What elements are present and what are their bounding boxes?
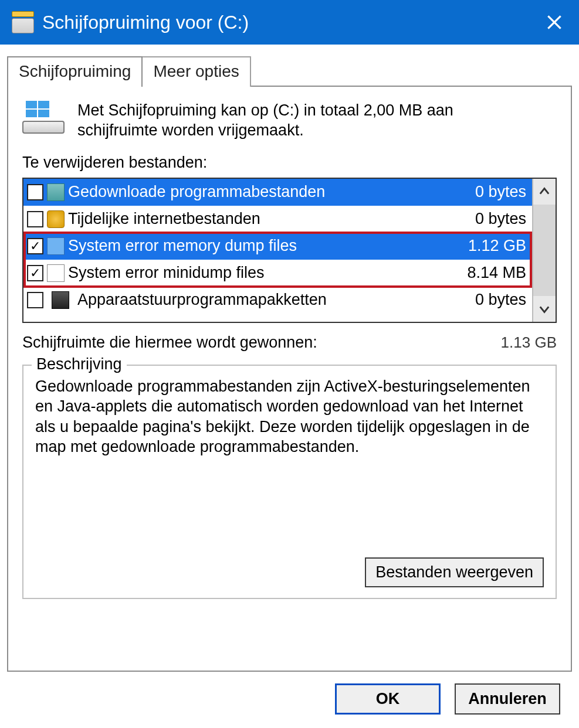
intro-text: Met Schijfopruiming kan op (C:) in totaa… [77,101,500,141]
item-size: 0 bytes [475,291,529,309]
file-type-icon [47,237,65,255]
gained-label: Schijfruimte die hiermee wordt gewonnen: [22,334,317,352]
view-files-button[interactable]: Bestanden weergeven [365,557,544,587]
item-name: System error minidump files [68,264,463,282]
item-name: Tijdelijke internetbestanden [68,210,472,228]
tab-panel: Met Schijfopruiming kan op (C:) in totaa… [7,86,572,672]
description-group: Beschrijving Gedownloade programmabestan… [22,365,557,599]
scroll-track[interactable] [533,205,556,296]
ok-button[interactable]: OK [335,683,441,715]
list-item[interactable]: Tijdelijke internetbestanden0 bytes [23,206,532,233]
files-listbox[interactable]: Gedownloade programmabestanden0 bytesTij… [22,178,557,323]
checkbox[interactable] [27,238,43,254]
item-size: 0 bytes [475,183,529,201]
close-icon[interactable] [541,9,567,35]
list-item[interactable]: System error minidump files8.14 MB [23,260,532,287]
tabstrip: Schijfopruiming Meer opties [7,56,572,87]
drive-icon [22,101,65,134]
item-name: Apparaatstuurprogrammapakketten [77,291,472,309]
files-to-delete-label: Te verwijderen bestanden: [22,154,557,172]
file-type-icon [47,183,65,201]
checkbox[interactable] [27,265,43,281]
description-text: Gedownloade programmabestanden zijn Acti… [35,376,544,457]
checkbox[interactable] [27,211,43,227]
intro-row: Met Schijfopruiming kan op (C:) in totaa… [22,101,557,141]
item-name: System error memory dump files [68,237,465,255]
titlebar: Schijfopruiming voor (C:) [0,0,579,45]
list-item[interactable]: Gedownloade programmabestanden0 bytes [23,179,532,206]
item-size: 0 bytes [475,210,529,228]
tab-more-options[interactable]: Meer opties [141,56,250,87]
dialog-footer: OK Annuleren [7,672,572,715]
file-type-icon [47,264,65,282]
disk-cleanup-icon [12,11,34,33]
tab-disk-cleanup[interactable]: Schijfopruiming [7,56,143,87]
gained-value: 1.13 GB [501,334,557,352]
scrollbar[interactable] [532,179,556,322]
description-group-title: Beschrijving [32,355,127,373]
scroll-down-icon[interactable] [533,296,556,322]
cancel-button[interactable]: Annuleren [455,683,560,715]
checkbox[interactable] [27,292,43,308]
checkbox[interactable] [27,184,43,200]
item-size: 8.14 MB [467,264,529,282]
scroll-up-icon[interactable] [533,179,556,205]
list-item[interactable]: System error memory dump files1.12 GB [23,233,532,260]
file-type-icon [52,291,69,309]
list-item[interactable]: Apparaatstuurprogrammapakketten0 bytes [23,287,532,314]
item-size: 1.12 GB [468,237,529,255]
window-title: Schijfopruiming voor (C:) [42,12,249,33]
file-type-icon [47,210,65,228]
item-name: Gedownloade programmabestanden [68,183,472,201]
